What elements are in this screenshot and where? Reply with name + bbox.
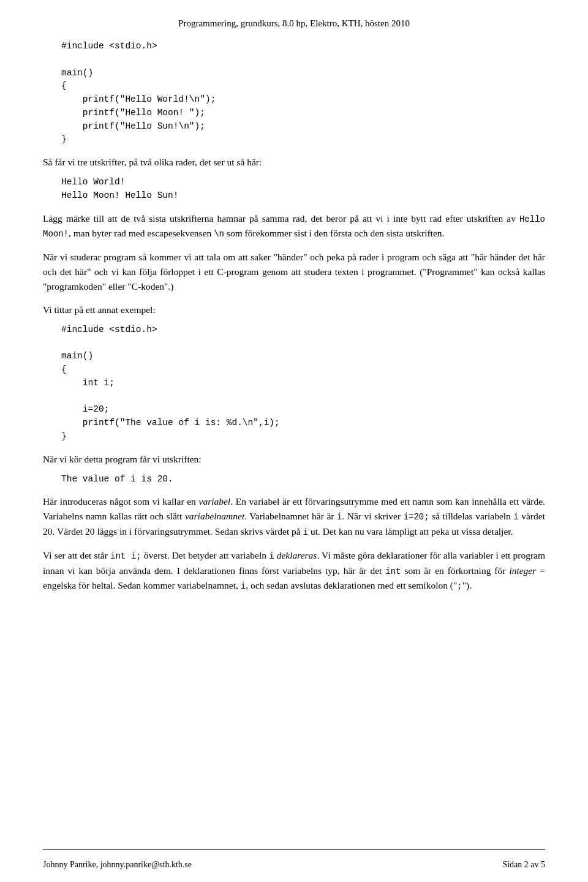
prose-study-programs: När vi studerar program så kommer vi att… [43,250,545,294]
inline-code-newline: \n [214,229,224,239]
prose-int-declaration: Vi ser att det står int i; överst. Det b… [43,548,545,594]
footer-author: Johnny Panrike, johnny.panrike@sth.kth.s… [43,860,192,870]
inline-code-int-i: int i; [110,551,141,561]
inline-code-i-3: i [303,527,308,537]
code-block-2: #include <stdio.h> main() { int i; i=20;… [61,323,545,443]
inline-code-i-name: i [241,581,246,591]
footer-divider [43,849,545,850]
inline-code-i-assign: i=20; [404,512,429,522]
page-header: Programmering, grundkurs, 8.0 hp, Elektr… [43,18,545,29]
footer-page: Sidan 2 av 5 [502,860,545,870]
italic-variabel: variabel [199,496,231,507]
code-block-1: #include <stdio.h> main() { printf("Hell… [61,40,545,146]
output-block-2: The value of i is 20. [61,473,545,486]
page-footer: Johnny Panrike, johnny.panrike@sth.kth.s… [43,860,545,870]
output-block-1: Hello World! Hello Moon! Hello Sun! [61,176,545,203]
inline-code-semicolon: ; [457,581,462,591]
inline-code-int-type: int [385,567,401,576]
inline-code-i-2: i [513,512,518,522]
page-container: Programmering, grundkurs, 8.0 hp, Elektr… [0,0,588,882]
italic-deklareras: deklareras [274,550,317,560]
italic-variabelnamnet: variabelnamnet [185,511,244,521]
inline-code-i-decl: i [269,551,274,561]
italic-integer: integer [509,565,536,576]
header-title: Programmering, grundkurs, 8.0 hp, Elektr… [178,18,410,28]
prose-intro-output: Så får vi tre utskrifter, på två olika r… [43,155,545,170]
prose-explanation-1: Lägg märke till att de två sista utskrif… [43,211,545,241]
prose-run-program: När vi kör detta program får vi utskrift… [43,452,545,467]
prose-another-example: Vi tittar på ett annat exempel: [43,303,545,317]
prose-variable-intro: Här introduceras något som vi kallar en … [43,494,545,539]
